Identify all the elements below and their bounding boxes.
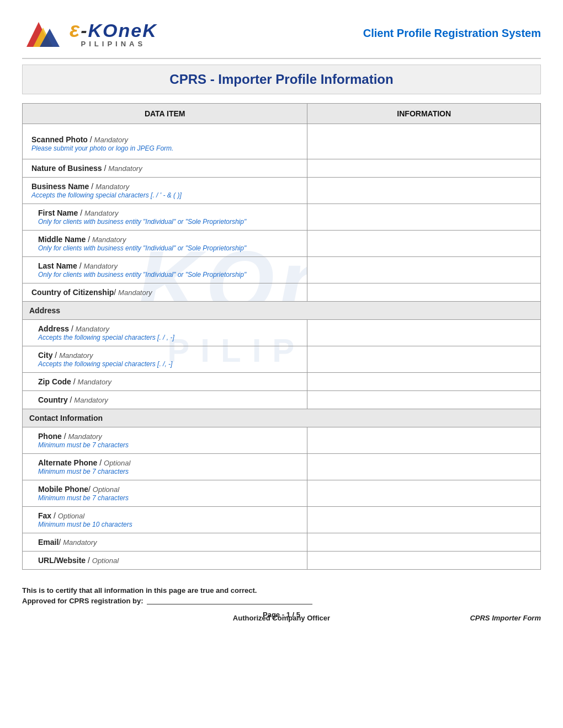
- section-header-row: Contact Information: [23, 409, 541, 427]
- field-hint: Please submit your photo or logo in JPEG…: [31, 144, 298, 152]
- logo-konek-text: KOneK: [88, 20, 157, 41]
- page-title-bar: CPRS - Importer Profile Information: [22, 65, 541, 94]
- field-label-strong: Zip Code: [38, 377, 71, 386]
- field-label-strong: Last Name: [38, 261, 77, 270]
- data-item-cell: Address / MandatoryAccepts the following…: [23, 320, 307, 346]
- main-table: DATA ITEM INFORMATION Scanned Photo / Ma…: [22, 103, 541, 570]
- page-label: Page -: [263, 611, 284, 619]
- logo-pilipinas-text: PILIPINAS: [70, 40, 157, 48]
- table-row: Fax / OptionalMinimum must be 10 charact…: [23, 507, 541, 533]
- data-item-cell: Nature of Business / Mandatory: [23, 159, 307, 178]
- field-label-mandatory: Mandatory: [76, 325, 109, 333]
- field-label-strong: Country: [38, 395, 68, 404]
- data-item-cell: Email/ Mandatory: [23, 533, 307, 552]
- data-item-cell: Last Name / MandatoryOnly for clients wi…: [23, 257, 307, 283]
- info-cell[interactable]: [307, 533, 541, 552]
- page-title: CPRS - Importer Profile Information: [169, 72, 393, 87]
- table-row: URL/Website / Optional: [23, 552, 541, 570]
- data-item-cell: City / MandatoryAccepts the following sp…: [23, 346, 307, 373]
- field-label-strong: Nature of Business: [31, 164, 102, 173]
- field-label-strong: Phone: [38, 432, 62, 441]
- info-cell[interactable]: [307, 507, 541, 533]
- info-cell[interactable]: [307, 427, 541, 454]
- info-cell[interactable]: [307, 124, 541, 159]
- field-label-strong: Country of Citizenship: [31, 288, 114, 297]
- field-label-mandatory: Optional: [92, 556, 119, 565]
- info-cell[interactable]: [307, 391, 541, 409]
- table-row: Country of Citizenship/ Mandatory: [23, 283, 541, 302]
- col1-header: DATA ITEM: [23, 104, 307, 124]
- data-item-cell: First Name / MandatoryOnly for clients w…: [23, 204, 307, 231]
- footer-approved: Approved for CPRS registration by:: [22, 597, 541, 605]
- info-cell[interactable]: [307, 204, 541, 231]
- field-label-strong: URL/Website: [38, 556, 86, 565]
- logo-area: ε - KOneK PILIPINAS: [22, 17, 157, 50]
- data-item-cell: Country / Mandatory: [23, 391, 307, 409]
- field-label-mandatory: Mandatory: [68, 432, 102, 441]
- field-label-mandatory: Mandatory: [84, 209, 118, 217]
- footer-signature-line: [147, 604, 312, 604]
- field-label-mandatory: Mandatory: [108, 164, 142, 173]
- data-item-cell: Business Name / MandatoryAccepts the fol…: [23, 178, 307, 204]
- data-item-cell: Mobile Phone/ OptionalMinimum must be 7 …: [23, 480, 307, 507]
- page-header: ε - KOneK PILIPINAS Client Profile Regis…: [22, 17, 541, 59]
- field-label-mandatory: Optional: [104, 459, 130, 467]
- field-label-strong: Business Name: [31, 182, 89, 191]
- info-cell[interactable]: [307, 552, 541, 570]
- field-hint: Minimum must be 7 characters: [38, 494, 298, 502]
- table-row: Mobile Phone/ OptionalMinimum must be 7 …: [23, 480, 541, 507]
- data-item-cell: Middle Name / MandatoryOnly for clients …: [23, 231, 307, 257]
- info-cell[interactable]: [307, 178, 541, 204]
- field-label-strong: Fax: [38, 511, 51, 520]
- info-cell[interactable]: [307, 283, 541, 302]
- field-hint: Only for clients with business entity "I…: [38, 271, 298, 279]
- field-hint: Accepts the following special characters…: [38, 334, 298, 341]
- table-row: Business Name / MandatoryAccepts the fol…: [23, 178, 541, 204]
- info-cell[interactable]: [307, 346, 541, 373]
- logo-dash: -: [81, 20, 87, 41]
- data-item-cell: Scanned Photo / MandatoryPlease submit y…: [23, 124, 307, 159]
- info-cell[interactable]: [307, 231, 541, 257]
- info-cell[interactable]: [307, 257, 541, 283]
- field-label-mandatory: Mandatory: [95, 183, 129, 191]
- field-label-strong: Alternate Phone: [38, 458, 97, 467]
- data-item-cell: Alternate Phone / OptionalMinimum must b…: [23, 454, 307, 480]
- table-row: Middle Name / MandatoryOnly for clients …: [23, 231, 541, 257]
- table-row: First Name / MandatoryOnly for clients w…: [23, 204, 541, 231]
- logo-e-letter: ε: [70, 18, 79, 42]
- info-cell[interactable]: [307, 373, 541, 391]
- page-total: 5: [296, 611, 300, 619]
- info-cell[interactable]: [307, 159, 541, 178]
- field-hint: Minimum must be 7 characters: [38, 441, 298, 449]
- field-label-mandatory: Optional: [58, 512, 84, 520]
- field-label-mandatory: Mandatory: [118, 288, 152, 297]
- field-label-strong: Mobile Phone: [38, 485, 88, 494]
- field-label-strong: First Name: [38, 208, 78, 217]
- field-label-strong: City: [38, 351, 52, 360]
- field-label-mandatory: Mandatory: [92, 235, 126, 244]
- footer-certify: This is to certify that all information …: [22, 586, 541, 595]
- info-cell[interactable]: [307, 454, 541, 480]
- info-cell[interactable]: [307, 480, 541, 507]
- logo-svg: [22, 17, 66, 50]
- table-row: Last Name / MandatoryOnly for clients wi…: [23, 257, 541, 283]
- data-item-cell: Fax / OptionalMinimum must be 10 charact…: [23, 507, 307, 533]
- table-row: Email/ Mandatory: [23, 533, 541, 552]
- table-row: Nature of Business / Mandatory: [23, 159, 541, 178]
- info-cell[interactable]: [307, 320, 541, 346]
- data-item-cell: Phone / MandatoryMinimum must be 7 chara…: [23, 427, 307, 454]
- data-item-cell: Zip Code / Mandatory: [23, 373, 307, 391]
- field-label-mandatory: Mandatory: [94, 136, 128, 144]
- field-hint: Accepts the following special characters…: [31, 191, 298, 199]
- field-hint: Minimum must be 10 characters: [38, 521, 298, 528]
- field-hint: Minimum must be 7 characters: [38, 468, 298, 475]
- logo-text: ε - KOneK PILIPINAS: [70, 18, 157, 48]
- header-title: Client Profile Registration System: [363, 27, 541, 40]
- table-row: City / MandatoryAccepts the following sp…: [23, 346, 541, 373]
- data-item-cell: Country of Citizenship/ Mandatory: [23, 283, 307, 302]
- table-row: Phone / MandatoryMinimum must be 7 chara…: [23, 427, 541, 454]
- table-row: Alternate Phone / OptionalMinimum must b…: [23, 454, 541, 480]
- field-label-strong: Email: [38, 538, 59, 547]
- field-hint: Only for clients with business entity "I…: [38, 244, 298, 252]
- data-item-cell: URL/Website / Optional: [23, 552, 307, 570]
